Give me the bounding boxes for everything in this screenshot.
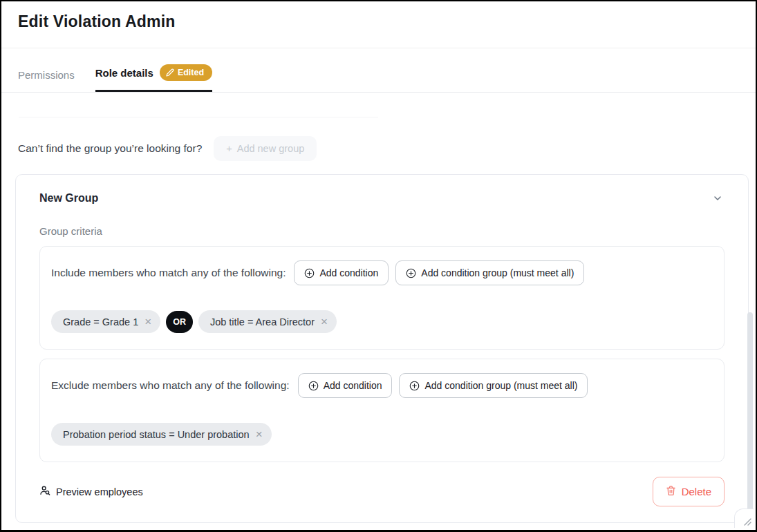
group-title: New Group bbox=[39, 192, 98, 205]
user-search-icon bbox=[39, 485, 50, 498]
page-title: Edit Violation Admin bbox=[18, 12, 739, 31]
remove-condition-icon[interactable]: × bbox=[256, 428, 263, 440]
include-add-condition-group-button[interactable]: Add condition group (must meet all) bbox=[395, 260, 584, 285]
edited-badge: Edited bbox=[160, 64, 212, 81]
exclude-add-condition-label: Add condition bbox=[324, 380, 382, 391]
group-card: New Group Group criteria Include members… bbox=[15, 174, 749, 523]
exclude-add-condition-group-button[interactable]: Add condition group (must meet all) bbox=[399, 373, 588, 398]
delete-group-button[interactable]: Delete bbox=[653, 477, 725, 506]
circle-plus-icon bbox=[406, 268, 416, 278]
circle-plus-icon bbox=[304, 268, 315, 278]
group-card-footer: Preview employees Delete bbox=[39, 477, 725, 506]
tab-bar: Permissions Role details Edited bbox=[1, 48, 756, 93]
circle-plus-icon bbox=[409, 381, 420, 391]
edited-badge-label: Edited bbox=[178, 68, 204, 77]
remove-condition-icon[interactable]: × bbox=[144, 316, 151, 327]
preview-employees-button[interactable]: Preview employees bbox=[39, 485, 143, 498]
page-header: Edit Violation Admin bbox=[1, 1, 756, 48]
exclude-header-row: Exclude members who match any of the fol… bbox=[51, 373, 713, 398]
pencil-icon bbox=[166, 68, 174, 77]
group-card-header: New Group bbox=[39, 191, 725, 205]
or-joiner-pill: OR bbox=[166, 311, 193, 333]
section-divider bbox=[19, 117, 378, 117]
include-chips-row: Grade = Grade 1 × OR Job title = Area Di… bbox=[51, 310, 713, 333]
exclude-conditions-box: Exclude members who match any of the fol… bbox=[39, 359, 725, 462]
tab-role-details-label: Role details bbox=[95, 67, 153, 79]
condition-chip[interactable]: Grade = Grade 1 × bbox=[51, 310, 160, 333]
include-add-condition-group-label: Add condition group (must meet all) bbox=[421, 267, 574, 278]
add-new-group-label: Add new group bbox=[237, 143, 305, 154]
add-group-prompt-row: Can’t find the group you’re looking for?… bbox=[1, 136, 756, 161]
edit-violation-admin-page: Edit Violation Admin Permissions Role de… bbox=[0, 0, 757, 532]
circle-plus-icon bbox=[308, 381, 319, 391]
delete-button-label: Delete bbox=[682, 486, 711, 497]
include-label: Include members who match any of the fol… bbox=[51, 267, 286, 279]
chevron-down-icon bbox=[712, 196, 723, 206]
collapse-group-button[interactable] bbox=[711, 191, 725, 205]
condition-chip-label: Probation period status = Under probatio… bbox=[63, 429, 250, 440]
condition-chip-label: Grade = Grade 1 bbox=[63, 316, 138, 327]
remove-condition-icon[interactable]: × bbox=[321, 316, 328, 327]
trash-icon bbox=[666, 485, 676, 498]
include-add-condition-label: Add condition bbox=[319, 267, 378, 278]
include-header-row: Include members who match any of the fol… bbox=[51, 260, 713, 285]
tab-permissions[interactable]: Permissions bbox=[18, 69, 75, 92]
add-group-question: Can’t find the group you’re looking for? bbox=[18, 142, 202, 155]
exclude-add-condition-button[interactable]: Add condition bbox=[298, 373, 393, 398]
exclude-chips-row: Probation period status = Under probatio… bbox=[51, 423, 713, 446]
add-new-group-button[interactable]: + Add new group bbox=[214, 136, 317, 161]
tab-role-details[interactable]: Role details Edited bbox=[95, 64, 212, 92]
tab-permissions-label: Permissions bbox=[18, 69, 75, 81]
include-conditions-box: Include members who match any of the fol… bbox=[39, 246, 725, 350]
group-criteria-label: Group criteria bbox=[39, 225, 725, 237]
vertical-scrollbar[interactable] bbox=[747, 312, 753, 515]
exclude-label: Exclude members who match any of the fol… bbox=[51, 379, 290, 392]
resize-corner[interactable] bbox=[734, 509, 754, 528]
condition-chip-label: Job title = Area Director bbox=[210, 316, 315, 327]
preview-employees-label: Preview employees bbox=[56, 486, 143, 497]
exclude-add-condition-group-label: Add condition group (must meet all) bbox=[424, 380, 577, 391]
condition-chip[interactable]: Job title = Area Director × bbox=[198, 310, 337, 333]
include-add-condition-button[interactable]: Add condition bbox=[294, 260, 389, 285]
plus-icon: + bbox=[226, 143, 232, 154]
condition-chip[interactable]: Probation period status = Under probatio… bbox=[51, 423, 272, 446]
